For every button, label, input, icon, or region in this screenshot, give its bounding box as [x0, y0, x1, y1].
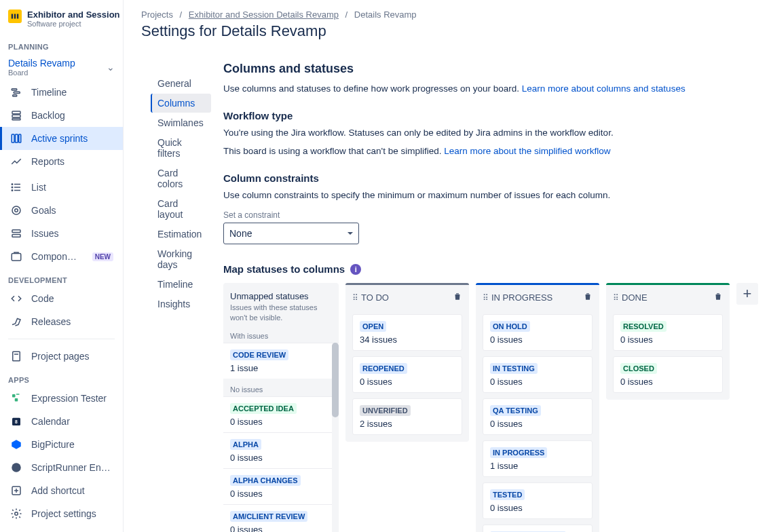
sidebar-item-backlog[interactable]: Backlog: [0, 104, 123, 127]
columns-desc: Use columns and statuses to define how w…: [223, 81, 758, 96]
svg-rect-7: [12, 115, 20, 117]
sidebar-item-components[interactable]: Components NEW: [0, 245, 123, 268]
nav-label: Components: [31, 251, 81, 262]
settings-nav-card-colors[interactable]: Card colors: [151, 164, 211, 193]
status-lozenge: IN PROGRESS: [490, 447, 547, 458]
svg-rect-3: [12, 89, 17, 90]
status-row[interactable]: ACCEPTED IDEA0 issues: [223, 396, 339, 432]
sidebar-item-active-sprints[interactable]: Active sprints: [0, 127, 123, 150]
issue-count: 1 issue: [230, 363, 332, 373]
sidebar-item-expression-tester[interactable]: Expression Tester: [0, 387, 123, 410]
section-apps-label: APPS: [0, 368, 123, 387]
breadcrumb: Projects / Exhibitor and Session Details…: [141, 10, 758, 20]
column-inprogress: ⠿ IN PROGRESS ON HOLD 0 issues IN TESTIN…: [476, 283, 599, 532]
add-column-button[interactable]: +: [736, 283, 758, 305]
status-lozenge: QA TESTING: [490, 405, 541, 416]
columns-learn-more-link[interactable]: Learn more about columns and statuses: [522, 83, 686, 94]
settings-nav-columns[interactable]: Columns: [151, 94, 211, 113]
breadcrumb-project-link[interactable]: Exhibitor and Session Details Revamp: [189, 10, 339, 20]
board-selector[interactable]: Details Revamp Board ⌄: [0, 54, 123, 81]
drag-handle-icon[interactable]: ⠿: [352, 294, 357, 302]
unmapped-column: Unmapped statuses Issues with these stat…: [223, 283, 339, 532]
unmapped-title: Unmapped statuses: [230, 291, 332, 301]
status-row[interactable]: AM/CLIENT REVIEW0 issues: [223, 504, 339, 532]
svg-text:8: 8: [15, 419, 18, 424]
settings-nav-general[interactable]: General: [151, 74, 211, 93]
section-planning-label: PLANNING: [0, 35, 123, 54]
settings-nav-insights[interactable]: Insights: [151, 294, 211, 314]
sidebar-item-code[interactable]: Code: [0, 287, 123, 310]
column-title[interactable]: TO DO: [361, 292, 389, 303]
nav-label: Timeline: [31, 87, 67, 98]
sidebar-item-project-pages[interactable]: Project pages: [0, 345, 123, 368]
sidebar-item-project-settings[interactable]: Project settings: [0, 502, 123, 525]
issue-count: 0 issues: [230, 489, 332, 499]
project-header[interactable]: Exhibitor and Session D... Software proj…: [0, 7, 123, 35]
add-shortcut-icon: [10, 484, 23, 497]
status-lozenge: REOPENED: [360, 363, 407, 374]
sidebar-item-list[interactable]: List: [0, 176, 123, 199]
status-card[interactable]: TESTED 0 issues: [483, 482, 593, 519]
issue-count: 0 issues: [490, 335, 585, 345]
sidebar-item-add-shortcut[interactable]: Add shortcut: [0, 479, 123, 502]
settings-nav-quick-filters[interactable]: Quick filters: [151, 133, 211, 163]
breadcrumb-projects[interactable]: Projects: [141, 10, 173, 20]
status-card[interactable]: QA TESTING 0 issues: [483, 398, 593, 435]
sidebar-item-issues[interactable]: Issues: [0, 222, 123, 245]
drag-handle-icon[interactable]: ⠿: [613, 294, 618, 302]
page-title: Settings for Details Revamp: [141, 22, 758, 40]
constraint-value: None: [229, 228, 252, 239]
sidebar-item-timeline[interactable]: Timeline: [0, 81, 123, 104]
settings-nav-swimlanes[interactable]: Swimlanes: [151, 113, 211, 132]
delete-column-icon[interactable]: [713, 292, 723, 303]
status-row[interactable]: ALPHA CHANGES0 issues: [223, 468, 339, 504]
delete-column-icon[interactable]: [583, 292, 593, 303]
sidebar-item-reports[interactable]: Reports: [0, 150, 123, 173]
nav-label: Expression Tester: [31, 393, 107, 404]
sidebar-item-scriptrunner[interactable]: ScriptRunner Enhanced ...: [0, 456, 123, 479]
settings-nav: General Columns Swimlanes Quick filters …: [141, 62, 217, 532]
column-title[interactable]: IN PROGRESS: [491, 292, 552, 303]
nav-label: BigPicture: [31, 439, 75, 450]
constraint-select[interactable]: None: [223, 223, 359, 244]
status-row[interactable]: ALPHA0 issues: [223, 432, 339, 468]
status-card[interactable]: UNVERIFIED 2 issues: [352, 398, 462, 435]
issue-count: 34 issues: [360, 335, 455, 345]
scriptrunner-icon: [10, 461, 23, 474]
nav-label: Releases: [31, 316, 71, 327]
status-card[interactable]: OPEN 34 issues: [352, 314, 462, 351]
settings-nav-working-days[interactable]: Working days: [151, 244, 211, 274]
timeline-icon: [10, 86, 23, 99]
delete-column-icon[interactable]: [453, 292, 462, 303]
status-card[interactable]: RESOLVED 0 issues: [613, 314, 723, 351]
nav-label: List: [31, 182, 46, 193]
status-card[interactable]: GENERAL TESTING 7 issues: [483, 525, 593, 532]
sidebar-item-bigpicture[interactable]: BigPicture: [0, 433, 123, 456]
sidebar-item-releases[interactable]: Releases: [0, 310, 123, 333]
info-icon[interactable]: i: [350, 264, 361, 275]
nav-label: Goals: [31, 205, 56, 216]
drag-handle-icon[interactable]: ⠿: [483, 294, 487, 302]
status-card[interactable]: IN PROGRESS 1 issue: [483, 440, 593, 477]
constraints-heading: Column constraints: [223, 172, 758, 184]
status-card[interactable]: IN TESTING 0 issues: [483, 356, 593, 393]
issues-icon: [10, 227, 23, 240]
status-card[interactable]: CLOSED 0 issues: [613, 356, 723, 393]
constraint-label: Set a constraint: [223, 210, 758, 220]
scrollbar[interactable]: [332, 343, 339, 532]
nav-label: Backlog: [31, 110, 65, 121]
status-row[interactable]: CODE REVIEW1 issue: [223, 343, 339, 379]
sidebar-item-calendar[interactable]: 8 Calendar: [0, 410, 123, 433]
nav-label: Project pages: [31, 351, 90, 362]
nav-label: Add shortcut: [31, 485, 85, 496]
sidebar-item-goals[interactable]: Goals: [0, 199, 123, 222]
settings-nav-timeline[interactable]: Timeline: [151, 275, 211, 294]
status-card[interactable]: ON HOLD 0 issues: [483, 314, 593, 351]
column-title[interactable]: DONE: [622, 292, 648, 303]
svg-rect-4: [14, 92, 20, 93]
workflow-learn-more-link[interactable]: Learn more about the simplified workflow: [444, 146, 610, 156]
settings-nav-estimation[interactable]: Estimation: [151, 225, 211, 244]
svg-rect-6: [12, 111, 20, 114]
settings-nav-card-layout[interactable]: Card layout: [151, 194, 211, 224]
status-card[interactable]: REOPENED 0 issues: [352, 356, 462, 393]
